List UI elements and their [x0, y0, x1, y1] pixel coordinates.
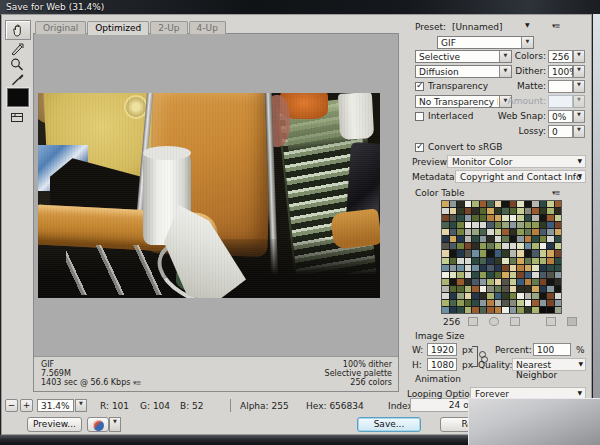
color-swatch[interactable] — [532, 286, 539, 292]
color-swatch[interactable] — [555, 279, 562, 285]
color-swatch[interactable] — [442, 293, 449, 299]
color-swatch[interactable] — [480, 236, 487, 242]
color-swatch[interactable] — [465, 293, 472, 299]
color-swatch[interactable] — [495, 243, 502, 249]
colors-field[interactable]: 256 — [548, 50, 573, 63]
color-swatch[interactable] — [517, 229, 524, 235]
delete-color-icon[interactable] — [567, 317, 577, 326]
percent-field[interactable]: 100 — [533, 343, 571, 356]
color-swatch[interactable] — [547, 279, 554, 285]
color-swatch[interactable] — [450, 208, 457, 214]
color-swatch[interactable] — [510, 300, 517, 306]
color-swatch[interactable] — [465, 208, 472, 214]
color-swatch[interactable] — [540, 229, 547, 235]
color-swatch[interactable] — [540, 222, 547, 228]
color-swatch[interactable] — [465, 236, 472, 242]
color-swatch[interactable] — [480, 300, 487, 306]
color-swatch[interactable] — [547, 265, 554, 271]
color-swatch[interactable] — [525, 258, 532, 264]
color-swatch[interactable] — [480, 208, 487, 214]
color-swatch[interactable] — [442, 208, 449, 214]
color-swatch[interactable] — [547, 307, 554, 313]
color-swatch[interactable] — [525, 293, 532, 299]
color-swatch[interactable] — [457, 215, 464, 221]
web-snap-stepper-button[interactable] — [573, 110, 585, 123]
color-swatch[interactable] — [517, 222, 524, 228]
color-swatch[interactable] — [495, 215, 502, 221]
color-swatch[interactable] — [495, 286, 502, 292]
convert-srgb-checkbox[interactable]: ✓ — [415, 143, 424, 152]
color-swatch[interactable] — [517, 286, 524, 292]
tab-4up[interactable]: 4-Up — [189, 21, 226, 34]
color-swatch[interactable] — [555, 307, 562, 313]
color-swatch[interactable] — [540, 236, 547, 242]
preview-in-browser-button[interactable] — [87, 417, 109, 432]
color-swatch[interactable] — [487, 279, 494, 285]
color-swatch[interactable] — [540, 286, 547, 292]
color-swatch[interactable] — [450, 279, 457, 285]
lossy-stepper-button[interactable] — [573, 125, 585, 138]
color-swatch[interactable] — [480, 293, 487, 299]
color-swatch[interactable] — [495, 236, 502, 242]
color-swatch[interactable] — [495, 300, 502, 306]
lock-color-icon[interactable] — [489, 317, 499, 326]
color-swatch[interactable] — [540, 265, 547, 271]
color-swatch[interactable] — [555, 201, 562, 207]
color-swatch[interactable] — [472, 272, 479, 278]
color-swatch[interactable] — [510, 229, 517, 235]
height-field[interactable]: 1080 — [427, 358, 457, 371]
color-swatch[interactable] — [547, 272, 554, 278]
color-swatch[interactable] — [495, 272, 502, 278]
color-swatch[interactable] — [517, 279, 524, 285]
color-swatch[interactable] — [510, 222, 517, 228]
color-swatch[interactable] — [465, 250, 472, 256]
preview-mode-select[interactable]: Monitor Color ▼ — [447, 155, 586, 168]
color-swatch[interactable] — [502, 258, 509, 264]
color-swatch[interactable] — [450, 286, 457, 292]
preset-dropdown-arrow[interactable]: ▼ — [525, 21, 530, 28]
color-swatch[interactable] — [480, 286, 487, 292]
color-swatch[interactable] — [525, 265, 532, 271]
color-swatch[interactable] — [502, 293, 509, 299]
color-swatch[interactable] — [517, 272, 524, 278]
dither-field[interactable]: 100% — [548, 65, 573, 78]
color-swatch[interactable] — [487, 215, 494, 221]
color-swatch[interactable] — [532, 222, 539, 228]
map-transparency-icon[interactable] — [510, 317, 520, 326]
color-swatch[interactable] — [540, 258, 547, 264]
matte-dropdown-button[interactable] — [573, 80, 585, 93]
color-swatch[interactable] — [487, 201, 494, 207]
color-swatch[interactable] — [450, 201, 457, 207]
color-swatch[interactable] — [457, 286, 464, 292]
color-swatch[interactable] — [555, 215, 562, 221]
color-swatch[interactable] — [547, 300, 554, 306]
color-swatch[interactable] — [502, 229, 509, 235]
color-swatch[interactable] — [540, 272, 547, 278]
color-swatch[interactable] — [442, 272, 449, 278]
color-swatch[interactable] — [555, 286, 562, 292]
color-swatch[interactable] — [442, 250, 449, 256]
color-swatch[interactable] — [472, 300, 479, 306]
color-swatch[interactable] — [547, 286, 554, 292]
color-swatch[interactable] — [480, 258, 487, 264]
color-swatch[interactable] — [502, 222, 509, 228]
color-swatch[interactable] — [540, 307, 547, 313]
color-swatch[interactable] — [510, 265, 517, 271]
color-swatch[interactable] — [472, 236, 479, 242]
color-swatch[interactable] — [457, 243, 464, 249]
color-swatch[interactable] — [495, 250, 502, 256]
color-swatch[interactable] — [502, 243, 509, 249]
color-swatch[interactable] — [487, 250, 494, 256]
color-swatch[interactable] — [465, 300, 472, 306]
color-swatch[interactable] — [517, 258, 524, 264]
color-swatch[interactable] — [457, 201, 464, 207]
color-swatch[interactable] — [532, 201, 539, 207]
color-swatch[interactable] — [465, 286, 472, 292]
color-swatch[interactable] — [502, 279, 509, 285]
color-swatch[interactable] — [480, 250, 487, 256]
color-swatch[interactable] — [495, 307, 502, 313]
color-swatch[interactable] — [472, 293, 479, 299]
title-bar[interactable]: Save for Web (31.4%) — [0, 0, 600, 15]
color-swatch[interactable] — [502, 250, 509, 256]
looping-dropdown-arrow[interactable]: ▼ — [577, 389, 582, 396]
